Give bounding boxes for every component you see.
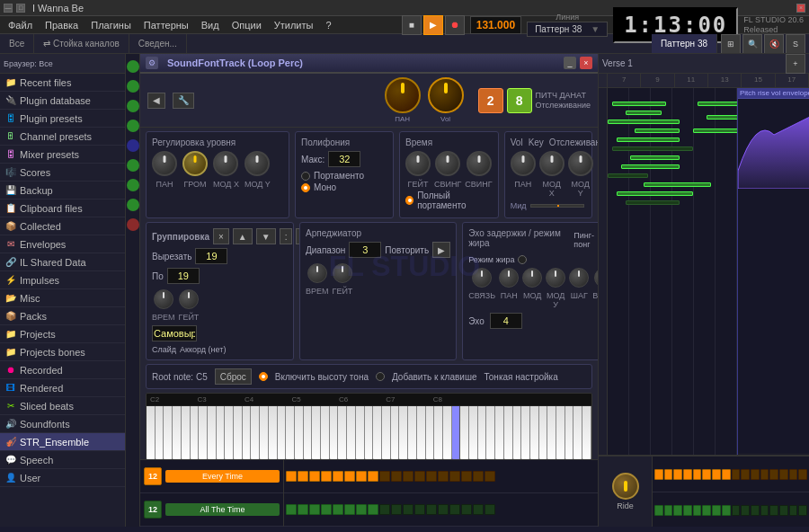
arp-repeat-btn[interactable]: ▶ — [432, 242, 450, 258]
white-key[interactable] — [495, 406, 504, 460]
white-key[interactable] — [304, 406, 313, 460]
bottom-block[interactable] — [732, 469, 741, 480]
piano-white-keys[interactable] — [147, 406, 591, 460]
group-knob-1[interactable] — [154, 289, 173, 309]
echo-knob-3[interactable] — [522, 268, 542, 288]
white-key[interactable] — [391, 406, 400, 460]
seq-block-green[interactable] — [473, 504, 484, 515]
solo-btn[interactable]: S — [786, 34, 805, 54]
white-key[interactable] — [513, 406, 522, 460]
maximize-btn[interactable]: □ — [16, 4, 25, 13]
menu-help[interactable]: ? — [323, 20, 333, 31]
white-key[interactable] — [234, 406, 243, 460]
sidebar-item-rendered[interactable]: 🎞 Rendered — [0, 379, 125, 397]
bottom-block[interactable] — [702, 469, 711, 480]
white-key[interactable] — [521, 406, 530, 460]
sidebar-item-str-ensemble[interactable]: 🎻 STR_Ensemble — [0, 433, 125, 451]
seq-block[interactable] — [438, 471, 449, 482]
bottom-block-green[interactable] — [751, 505, 760, 516]
seq-block-green[interactable] — [391, 504, 402, 515]
white-key[interactable] — [382, 406, 391, 460]
sidebar-item-clipboard[interactable]: 📋 Clipboard files — [0, 200, 125, 217]
arp-knob-2[interactable] — [333, 263, 352, 283]
bottom-block-green[interactable] — [683, 505, 692, 516]
channel-dot-8[interactable] — [127, 199, 139, 211]
channel-dot-6[interactable] — [127, 159, 139, 172]
ride-knob[interactable] — [612, 473, 639, 500]
seq-block-green[interactable] — [309, 504, 320, 515]
arp-range-input[interactable] — [349, 242, 381, 258]
bottom-block-green[interactable] — [760, 505, 769, 516]
menu-options[interactable]: Опции — [229, 20, 264, 31]
tab-all[interactable]: Все — [0, 34, 34, 54]
group-down-btn[interactable]: ▼ — [256, 228, 276, 244]
channel-dot-9[interactable] — [127, 218, 139, 231]
sidebar-item-mixer-presets[interactable]: 🎛 Mixer presets — [0, 146, 125, 164]
seq-block-green[interactable] — [449, 504, 460, 515]
sidebar-item-il-shared[interactable]: 🔗 IL Shared Data — [0, 253, 125, 271]
white-key[interactable] — [460, 406, 469, 460]
white-key[interactable] — [312, 406, 321, 460]
white-key[interactable] — [156, 406, 164, 460]
channel-dot-2[interactable] — [127, 80, 139, 93]
vol-key-mody-knob[interactable] — [568, 151, 593, 176]
menu-plugins[interactable]: Плагины — [88, 20, 134, 31]
sidebar-item-misc[interactable]: 📂 Misc — [0, 289, 125, 307]
cut-input[interactable] — [195, 248, 227, 264]
echo-knob-2[interactable] — [499, 268, 519, 288]
sidebar-item-user[interactable]: 👤 User — [0, 469, 125, 487]
bottom-block[interactable] — [712, 469, 721, 480]
bottom-block-green[interactable] — [769, 505, 778, 516]
seq-block[interactable] — [449, 471, 460, 482]
menu-patterns[interactable]: Паттерны — [141, 20, 191, 31]
sidebar-item-packs[interactable]: 📦 Packs — [0, 307, 125, 325]
white-key[interactable] — [539, 406, 548, 460]
sidebar-item-speech[interactable]: 💬 Speech — [0, 451, 125, 469]
echo-knob-5[interactable] — [569, 268, 589, 288]
seq-block-green[interactable] — [414, 504, 425, 515]
vol-key-pan-knob[interactable] — [511, 151, 536, 176]
seq-block[interactable] — [286, 471, 297, 482]
white-key-active[interactable] — [452, 406, 461, 460]
white-key[interactable] — [547, 406, 556, 460]
seq-block-green[interactable] — [368, 504, 378, 515]
menu-file[interactable]: Файл — [5, 20, 35, 31]
menu-view[interactable]: Вид — [199, 20, 222, 31]
sidebar-item-scores[interactable]: 🎼 Scores — [0, 164, 125, 182]
mono-radio[interactable] — [301, 183, 310, 192]
seq-track-2-name[interactable]: All The Time — [165, 503, 280, 516]
level-pan-knob[interactable] — [152, 151, 177, 176]
seq-block-green[interactable] — [321, 504, 332, 515]
bottom-block[interactable] — [693, 469, 702, 480]
zoom-btn[interactable]: 🔍 — [742, 34, 762, 54]
white-key[interactable] — [321, 406, 330, 460]
bottom-block-green[interactable] — [693, 505, 702, 516]
bottom-block[interactable] — [751, 469, 760, 480]
white-key[interactable] — [530, 406, 539, 460]
menu-utils[interactable]: Утилиты — [271, 20, 316, 31]
seq-block[interactable] — [426, 471, 437, 482]
sidebar-item-recorded[interactable]: ⏺ Recorded — [0, 361, 125, 379]
vol-key-modx-knob[interactable] — [539, 151, 565, 176]
white-key[interactable] — [399, 406, 408, 460]
pan-knob[interactable] — [385, 77, 421, 113]
time-knob-2[interactable] — [435, 151, 460, 176]
bottom-block-green[interactable] — [712, 505, 721, 516]
white-key[interactable] — [356, 406, 365, 460]
sidebar-item-soundfonts[interactable]: 🔊 Soundfonts — [0, 415, 125, 433]
white-key[interactable] — [565, 406, 574, 460]
pr-grid-area[interactable] — [608, 88, 737, 455]
seq-block[interactable] — [298, 471, 308, 482]
sidebar-item-channel-presets[interactable]: 🎚 Channel presets — [0, 128, 125, 146]
bottom-block[interactable] — [779, 469, 788, 480]
bottom-block-green[interactable] — [722, 505, 731, 516]
seq-block-green[interactable] — [356, 504, 367, 515]
channel-dot-1[interactable] — [127, 60, 139, 73]
white-key[interactable] — [469, 406, 478, 460]
seq-track-1-name[interactable]: Every Time — [165, 470, 280, 483]
white-key[interactable] — [286, 406, 295, 460]
sidebar-item-plugin-presets[interactable]: 🎛 Plugin presets — [0, 110, 125, 128]
bottom-block-green[interactable] — [798, 505, 807, 516]
group-up-btn[interactable]: ▲ — [233, 228, 253, 244]
time-knob-1[interactable] — [405, 151, 431, 176]
